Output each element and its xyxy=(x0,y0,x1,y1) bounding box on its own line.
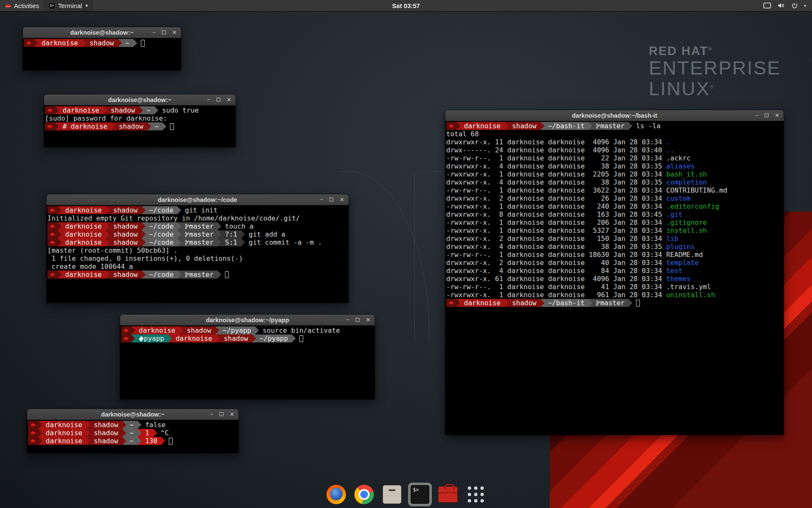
terminal-content[interactable]: darknoiseshadow~/pyappsource bin/activat… xyxy=(120,326,375,342)
output-text: drwxrwxr-x. 2 darknoise darknoise 150 Ja… xyxy=(446,235,666,243)
dock-item-files[interactable] xyxy=(380,483,404,506)
terminal-cursor xyxy=(141,40,145,47)
powerline-separator xyxy=(106,230,110,238)
terminal-line: darknoiseshadow~/codemaster xyxy=(47,271,348,279)
output-text: drwxrwxr-x. 4 darknoise darknoise 84 Jan… xyxy=(446,267,666,275)
display-icon[interactable] xyxy=(763,3,771,8)
terminal-line: drwxrwxr-x. 4 darknoise darknoise 38 Jan… xyxy=(446,243,784,251)
window-titlebar[interactable]: darknoise@shadow:~ − ✕ xyxy=(27,409,239,420)
maximize-button[interactable] xyxy=(219,411,223,417)
prompt-segment-hat xyxy=(28,437,38,445)
powerline-separator xyxy=(628,122,632,130)
powerline-separator xyxy=(154,106,158,114)
command-text: git add a xyxy=(245,230,285,238)
window-titlebar[interactable]: darknoise@shadow:~/bash-it − ✕ xyxy=(445,110,784,121)
clock[interactable]: Sat 03:57 xyxy=(392,2,420,9)
firefox-icon xyxy=(326,485,346,504)
window-titlebar[interactable]: darknoise@shadow:~/pyapp − ✕ xyxy=(120,315,375,326)
output-text: [sudo] password for darknoise: xyxy=(45,114,167,122)
close-button[interactable]: ✕ xyxy=(366,317,370,323)
prompt-segment-path: ~/pyapp xyxy=(219,326,255,334)
powerline-separator xyxy=(131,326,135,334)
command-text: ls -la xyxy=(632,122,661,130)
output-text: -rw-rw-r--. 1 darknoise darknoise 18630 … xyxy=(446,251,666,259)
terminal-line: drwxrwxr-x. 4 darknoise darknoise 38 Jan… xyxy=(446,178,784,186)
prompt-segment-hat xyxy=(446,122,456,130)
powerline-separator xyxy=(142,230,145,238)
file-name: .git xyxy=(666,210,683,218)
maximize-icon xyxy=(217,98,220,102)
powerline-separator xyxy=(58,238,61,246)
maximize-button[interactable] xyxy=(765,113,768,118)
maximize-button[interactable] xyxy=(329,197,333,202)
powerline-separator xyxy=(217,230,221,238)
maximize-icon xyxy=(356,318,359,322)
terminal-line: -rwxrwxr-x. 1 darknoise darknoise 2205 J… xyxy=(446,170,784,178)
powerline-separator xyxy=(34,39,38,47)
window-titlebar[interactable]: darknoise@shadow:~ − ✕ xyxy=(44,94,236,105)
command-text: git commit -a -m . xyxy=(245,238,322,246)
activities-button[interactable]: Activities xyxy=(0,0,44,11)
volume-icon[interactable] xyxy=(777,3,785,8)
powerline-separator xyxy=(58,222,61,230)
minimize-button[interactable]: − xyxy=(320,197,324,202)
minimize-button[interactable]: − xyxy=(207,97,211,102)
minimize-button[interactable]: − xyxy=(153,30,156,35)
output-text: 1 file changed, 0 insertions(+), 0 delet… xyxy=(47,254,243,262)
minimize-button[interactable]: − xyxy=(755,113,759,118)
redhat-icon xyxy=(47,108,53,112)
file-name: custom xyxy=(666,194,691,202)
terminal-content[interactable]: darknoiseshadow~/bash-itmasterls -latota… xyxy=(445,121,784,307)
prompt-segment-user: darknoise xyxy=(61,238,106,246)
top-bar: Activities $> Terminal ▼ Sat 03:57 ▾ xyxy=(0,0,812,11)
chevron-down-icon[interactable]: ▾ xyxy=(804,3,806,8)
terminal-line: darknoiseshadow~/bash-itmaster xyxy=(446,299,784,307)
terminal-line: -rwxrwxr-x. 1 darknoise darknoise 5327 J… xyxy=(446,226,784,235)
powerline-separator xyxy=(177,206,181,214)
dock-item-toolbox[interactable] xyxy=(436,483,460,506)
powerline-separator xyxy=(505,299,508,307)
close-button[interactable]: ✕ xyxy=(775,113,779,118)
maximize-icon xyxy=(765,113,768,117)
redhat-icon xyxy=(49,224,55,228)
minimize-button[interactable]: − xyxy=(210,411,214,417)
close-button[interactable]: ✕ xyxy=(230,411,234,417)
terminal-content[interactable]: darknoiseshadow~falsedarknoiseshadow~1^C… xyxy=(27,420,239,445)
app-grid-icon xyxy=(468,486,484,502)
close-button[interactable]: ✕ xyxy=(227,97,231,102)
close-button[interactable]: ✕ xyxy=(172,30,177,35)
prompt-segment-host: shadow xyxy=(107,106,139,114)
dock-item-show-applications[interactable] xyxy=(464,483,488,506)
terminal-content[interactable]: darknoiseshadow~sudo true[sudo] password… xyxy=(44,105,236,130)
file-name: .. xyxy=(666,146,674,154)
redhat-icon xyxy=(30,439,36,443)
rhel-logo-redhat: RED HAT® xyxy=(649,44,781,58)
window-titlebar[interactable]: darknoise@shadow:~/code − ✕ xyxy=(47,194,348,205)
terminal-content[interactable]: darknoiseshadow~ xyxy=(23,38,181,47)
maximize-button[interactable] xyxy=(356,317,359,323)
output-text: -rwxrwxr-x. 1 darknoise darknoise 240 Ja… xyxy=(446,202,666,210)
minimize-button[interactable]: − xyxy=(346,317,350,323)
dock-item-terminal[interactable]: $> xyxy=(408,483,432,506)
maximize-button[interactable] xyxy=(217,97,220,102)
powerline-separator xyxy=(55,122,59,130)
prompt-segment-alert: 1 xyxy=(141,429,153,437)
redhat-icon xyxy=(49,273,55,276)
power-icon[interactable] xyxy=(791,3,798,9)
powerline-separator xyxy=(540,299,544,307)
prompt-segment-user: darknoise xyxy=(460,122,505,130)
file-name: install.sh xyxy=(666,226,707,235)
maximize-button[interactable] xyxy=(162,30,166,35)
prompt-segment-user: darknoise xyxy=(172,334,216,342)
dock-item-chrome[interactable] xyxy=(352,483,376,506)
prompt-segment-stat: ?:1 xyxy=(221,230,241,238)
powerline-separator xyxy=(86,437,90,445)
prompt-segment-path: ~/code xyxy=(145,222,178,230)
terminal-line: drwx------. 24 darknoise darknoise 4096 … xyxy=(446,146,784,154)
app-menu-terminal[interactable]: $> Terminal ▼ xyxy=(44,0,93,11)
dock-item-firefox[interactable] xyxy=(324,483,348,506)
window-titlebar[interactable]: darknoise@shadow:~ − ✕ xyxy=(23,27,181,38)
close-button[interactable]: ✕ xyxy=(340,197,344,202)
prompt-segment-venv: pyapp xyxy=(135,334,168,342)
terminal-content[interactable]: darknoiseshadow~/codegit initInitialized… xyxy=(47,205,348,279)
